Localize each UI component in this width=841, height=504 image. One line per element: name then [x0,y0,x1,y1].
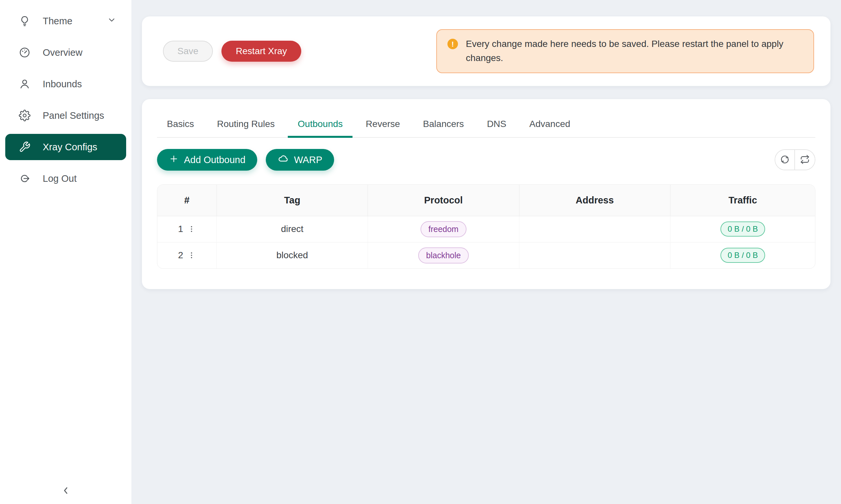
refresh-button-group [775,149,816,170]
gear-icon [18,109,31,122]
warning-icon: ! [447,39,458,49]
column-header-traffic: Traffic [670,185,815,216]
protocol-badge: blackhole [418,247,469,264]
row-tag: direct [217,216,367,242]
chevron-down-icon [107,15,116,27]
outbounds-table: # Tag Protocol Address Traffic 1 [157,184,816,269]
sidebar-item-theme[interactable]: Theme [5,8,126,34]
warning-alert: ! Every change made here needs to be sav… [436,29,814,73]
row-menu-kebab-icon[interactable] [187,225,196,233]
chevron-left-icon [60,485,71,498]
row-address [519,216,670,242]
cloud-icon [278,153,289,167]
column-header-tag: Tag [217,185,367,216]
tab-advanced[interactable]: Advanced [519,113,580,138]
repeat-button[interactable] [795,150,815,169]
toolbar-card: Save Restart Xray ! Every change made he… [142,16,830,86]
protocol-badge: freedom [420,221,466,237]
sidebar-item-log-out[interactable]: Log Out [5,165,126,192]
sidebar-item-overview[interactable]: Overview [5,39,126,66]
row-tag: blocked [217,242,367,268]
row-menu-kebab-icon[interactable] [187,251,196,259]
column-header-address: Address [519,185,670,216]
warp-label: WARP [294,155,322,165]
tab-basics[interactable]: Basics [157,113,204,138]
sync-button[interactable] [775,150,795,169]
outbounds-actions-row: Add Outbound WARP [157,149,816,170]
tab-dns[interactable]: DNS [477,113,516,138]
row-index: 1 [178,224,183,234]
tab-outbounds[interactable]: Outbounds [288,113,353,138]
tab-bar: Basics Routing Rules Outbounds Reverse B… [157,113,816,138]
main-content: Save Restart Xray ! Every change made he… [132,0,841,504]
sidebar-item-label: Xray Configs [43,142,97,152]
add-outbound-label: Add Outbound [184,155,245,165]
toolbar-buttons: Save Restart Xray [163,41,301,62]
sidebar-item-label: Inbounds [43,79,82,90]
add-outbound-button[interactable]: Add Outbound [157,149,257,170]
sidebar-item-inbounds[interactable]: Inbounds [5,71,126,97]
sidebar-item-label: Panel Settings [43,110,104,121]
row-index: 2 [178,250,183,260]
row-address [519,242,670,268]
table-row: 2 blocked blackhole [157,242,815,268]
warp-button[interactable]: WARP [266,149,334,170]
repeat-icon [800,155,810,165]
traffic-badge: 0 B / 0 B [720,248,765,263]
warning-alert-text: Every change made here needs to be saved… [466,37,803,65]
dashboard-icon [18,46,31,59]
user-icon [18,78,31,90]
table-header-row: # Tag Protocol Address Traffic [157,185,815,216]
table-row: 1 direct freedom [157,216,815,242]
lightbulb-icon [18,15,31,27]
restart-xray-button[interactable]: Restart Xray [221,41,302,62]
sidebar-item-panel-settings[interactable]: Panel Settings [5,102,126,129]
sidebar-nav: Theme Overview [0,0,132,199]
traffic-badge: 0 B / 0 B [720,221,765,237]
sidebar-item-xray-configs[interactable]: Xray Configs [5,134,126,160]
xray-configs-card: Basics Routing Rules Outbounds Reverse B… [142,99,830,289]
logout-icon [18,172,31,185]
sidebar-item-label: Theme [43,16,72,26]
sidebar: Theme Overview [0,0,132,504]
wrench-icon [18,141,31,153]
app-root: Theme Overview [0,0,841,504]
column-header-protocol: Protocol [368,185,519,216]
tab-reverse[interactable]: Reverse [356,113,410,138]
tab-routing-rules[interactable]: Routing Rules [207,113,285,138]
sidebar-collapse-button[interactable] [0,485,132,498]
tab-balancers[interactable]: Balancers [413,113,474,138]
sync-icon [780,155,790,165]
plus-icon [169,154,179,166]
column-header-index: # [157,185,217,216]
sidebar-item-label: Overview [43,47,83,58]
save-button[interactable]: Save [163,41,213,62]
sidebar-item-label: Log Out [43,173,76,184]
